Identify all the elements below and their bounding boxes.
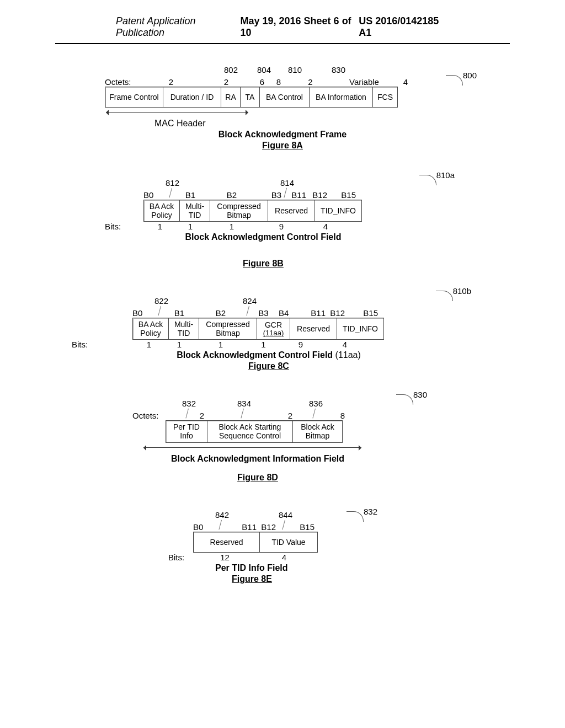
bits-label: Bits: <box>168 553 193 562</box>
cell-compressed-bitmap: Compressed Bitmap <box>210 200 268 221</box>
bitpos: B11 <box>226 522 257 532</box>
cell-fcs: FCS <box>373 87 397 107</box>
fig8e-title: Per TID Info Field <box>193 563 460 573</box>
octet-value: Variable 830 <box>334 77 395 87</box>
ref-830: 830 <box>413 390 427 399</box>
bitpos: B1 <box>166 308 193 318</box>
bit-count: 9 <box>279 340 323 349</box>
figures-content: 800 Octets: 2 2 802 6 804 8 2 810 Variab… <box>0 44 565 584</box>
fig8b-boxes: BA Ack Policy Multi- TID Compressed Bitm… <box>143 200 362 222</box>
callout-812: 812 <box>166 178 179 188</box>
header-mid: May 19, 2016 Sheet 6 of 10 <box>241 15 359 39</box>
bitpos: B12 <box>257 522 276 532</box>
info8d-arrow <box>143 444 364 453</box>
callout-802: 802 <box>224 65 238 74</box>
mac-header-label: MAC Header <box>105 119 460 129</box>
fig8c-title: Block Acknowledgment Control Field (11aa… <box>132 350 460 360</box>
fig8b-title: Block Acknowledgment Control Field <box>143 232 460 242</box>
octet-value: 4 <box>395 77 417 87</box>
cell-multi-tid: Multi- TID <box>180 200 210 221</box>
bit-count: 9 <box>259 222 303 231</box>
octet-value: 2 <box>143 77 199 87</box>
cell-gcr: GCR (11aa) <box>257 318 290 339</box>
cell-ba-bitmap: Block Ack Bitmap <box>293 421 342 442</box>
cell-reserved: Reserved <box>268 200 315 221</box>
bitpos: B2 <box>193 308 248 318</box>
callout-822: 822 <box>154 296 168 306</box>
bitpos: B3 <box>259 190 281 200</box>
callout-844: 844 <box>279 510 292 520</box>
figure-8a: 800 Octets: 2 2 802 6 804 8 2 810 Variab… <box>105 77 460 151</box>
bit-count: 4 <box>303 222 348 231</box>
bitpos: B2 <box>204 190 259 200</box>
octet-value: 8 <box>298 411 350 420</box>
bitpos: B15 <box>345 308 378 318</box>
bit-count: 1 <box>177 222 204 231</box>
figure-8d: 830 832 834 836 Octets: 2 2 8 Per TID In… <box>105 399 460 482</box>
cell-compressed-bitmap: Compressed Bitmap <box>199 318 257 339</box>
figure-8e: 832 842 844 B0 B11 B12 B15 Reserved TID … <box>105 510 460 584</box>
cell-multi-tid: Multi- TID <box>169 318 199 339</box>
fig8d-boxes: Per TID Info Block Ack Starting Sequence… <box>166 420 343 442</box>
fig8e-number: Figure 8E <box>193 574 460 584</box>
fig8b-bits-row: Bits: 1 1 1 9 4 <box>105 222 460 231</box>
ref-800: 800 <box>463 71 477 80</box>
cell-tid-info: TID_INFO <box>337 318 383 339</box>
bitpos: B12 <box>326 308 345 318</box>
octet-value: 2 802 <box>199 77 254 87</box>
callout-824: 824 <box>243 296 257 306</box>
bit-count: 12 <box>193 553 257 562</box>
callout-836: 836 <box>309 399 323 408</box>
bitpos: B11 <box>301 308 326 318</box>
fig8e-bits-row: Bits: 12 4 <box>168 553 460 562</box>
cell-ra: RA <box>221 87 241 107</box>
cell-ta: TA <box>241 87 260 107</box>
bit-count: 1 <box>166 340 193 349</box>
bit-count: 1 <box>143 222 177 231</box>
header-left: Patent Application Publication <box>116 15 241 39</box>
octet-value: 2 <box>210 411 298 420</box>
fig8e-bitpos: B0 B11 B12 B15 <box>193 522 460 532</box>
bitpos: B1 <box>177 190 204 200</box>
bitpos: B12 <box>306 190 327 200</box>
callout-830: 830 <box>332 65 345 74</box>
cell-ba-control: BA Control <box>260 87 310 107</box>
octet-value: 2 810 <box>287 77 334 87</box>
bit-count: 1 <box>204 222 259 231</box>
callout-834: 834 <box>237 399 251 408</box>
page-header: Patent Application Publication May 19, 2… <box>55 0 510 44</box>
figure-8c: 810b 822 824 B0 B1 B2 B3 B4 B11 B12 B15 … <box>105 296 460 371</box>
cell-per-tid-info: Per TID Info <box>166 421 207 442</box>
fig8c-bitpos: B0 B1 B2 B3 B4 B11 B12 B15 <box>132 308 460 318</box>
fig8b-bitpos: B0 B1 B2 B3 B11 B12 B15 <box>143 190 460 200</box>
cell-ba-starting-seq: Block Ack Starting Sequence Control <box>207 421 293 442</box>
mac-header-arrow <box>105 109 460 117</box>
fig8d-callouts: 832 834 836 <box>166 399 460 411</box>
callout-810: 810 <box>288 65 302 74</box>
bit-count: 1 <box>248 340 279 349</box>
callout-804: 804 <box>257 65 271 74</box>
callout-832: 832 <box>182 399 196 408</box>
fig8b-number: Figure 8B <box>143 259 460 269</box>
cell-ba-info: BA Information <box>310 87 373 107</box>
header-right: US 2016/0142185 A1 <box>359 15 449 39</box>
fig8d-number: Figure 8D <box>166 473 460 483</box>
octet-value: 8 <box>270 77 287 87</box>
bits-label: Bits: <box>72 340 132 349</box>
bit-count: 4 <box>323 340 367 349</box>
bitpos: B15 <box>327 190 356 200</box>
bitpos: B15 <box>276 522 315 532</box>
cell-reserved: Reserved <box>290 318 337 339</box>
fig8c-callouts: 822 824 <box>132 296 460 308</box>
fig8c-number: Figure 8C <box>132 361 460 371</box>
fig8b-callouts: 812 814 <box>143 178 460 190</box>
cell-tid-value: TID Value <box>260 532 317 552</box>
cell-ba-ack-policy: BA Ack Policy <box>144 200 180 221</box>
fig8d-octets-row: Octets: 2 2 8 <box>132 411 460 420</box>
octet-value: 6 804 <box>254 77 270 87</box>
fig8a-octets-row: Octets: 2 2 802 6 804 8 2 810 Variable 8… <box>105 77 460 87</box>
fig8a-frame-boxes: Frame Control Duration / ID RA TA BA Con… <box>105 87 398 108</box>
ref-810b: 810b <box>453 286 471 296</box>
bit-count: 1 <box>193 340 248 349</box>
octets-label: Octets: <box>132 411 166 420</box>
